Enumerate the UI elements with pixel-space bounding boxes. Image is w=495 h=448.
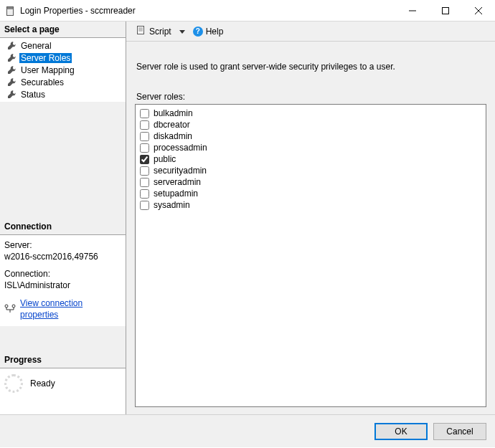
role-item-processadmin: processadmin: [140, 142, 481, 153]
role-item-securityadmin: securityadmin: [140, 165, 481, 176]
view-connection-properties-link[interactable]: View connection properties: [20, 297, 121, 320]
page-item-securables[interactable]: Securables: [0, 76, 126, 88]
sidebar: Select a page GeneralServer RolesUser Ma…: [0, 22, 126, 414]
app-icon: [6, 6, 14, 16]
ok-button[interactable]: OK: [374, 423, 428, 440]
connection-header: Connection: [0, 219, 126, 235]
server-label: Server:: [4, 239, 121, 251]
role-item-public: public: [140, 153, 481, 165]
script-button[interactable]: Script: [133, 24, 174, 39]
role-label: public: [154, 154, 176, 164]
svg-rect-6: [138, 27, 144, 34]
role-label: dbcreator: [154, 120, 190, 130]
cancel-button[interactable]: Cancel: [433, 423, 486, 440]
connection-value: ISL\Administrator: [4, 280, 121, 291]
wrench-icon: [7, 53, 16, 62]
maximize-button[interactable]: [429, 0, 462, 21]
svg-point-5: [12, 305, 15, 308]
role-label: securityadmin: [154, 166, 207, 176]
close-button[interactable]: [462, 0, 495, 21]
page-item-status[interactable]: Status: [0, 88, 126, 100]
role-label: sysadmin: [154, 200, 190, 210]
dialog-footer: OK Cancel: [0, 414, 495, 447]
script-dropdown-button[interactable]: [179, 29, 186, 34]
title-bar: Login Properties - sccmreader: [0, 0, 495, 22]
progress-status: Ready: [30, 378, 55, 389]
help-icon: ?: [193, 27, 203, 37]
page-description: Server role is used to grant server-wide…: [136, 62, 486, 72]
role-label: diskadmin: [154, 131, 192, 141]
window-title: Login Properties - sccmreader: [20, 6, 396, 16]
role-item-dbcreator: dbcreator: [140, 119, 481, 130]
svg-point-4: [5, 305, 8, 308]
page-item-user-mapping[interactable]: User Mapping: [0, 64, 126, 76]
role-item-setupadmin: setupadmin: [140, 188, 481, 199]
wrench-icon: [7, 90, 16, 99]
role-checkbox-sysadmin[interactable]: [140, 201, 149, 210]
role-label: setupadmin: [154, 189, 198, 199]
toolbar: Script ? Help: [126, 22, 495, 42]
page-item-label: Securables: [19, 77, 65, 87]
role-checkbox-diskadmin[interactable]: [140, 132, 149, 141]
role-item-diskadmin: diskadmin: [140, 130, 481, 142]
server-roles-listbox[interactable]: bulkadmindbcreatordiskadminprocessadminp…: [135, 104, 486, 407]
script-label: Script: [149, 27, 171, 37]
role-checkbox-securityadmin[interactable]: [140, 166, 149, 176]
role-checkbox-serveradmin[interactable]: [140, 178, 149, 187]
connection-panel: Server: w2016-sccm2016,49756 Connection:…: [0, 235, 126, 326]
progress-header: Progress: [0, 352, 126, 368]
connection-label: Connection:: [4, 268, 121, 280]
script-icon: [136, 25, 146, 37]
role-label: serveradmin: [154, 177, 201, 187]
help-button[interactable]: ? Help: [190, 25, 227, 38]
page-list: GeneralServer RolesUser MappingSecurable…: [0, 38, 126, 102]
role-label: bulkadmin: [154, 108, 193, 118]
progress-panel: Ready: [0, 368, 126, 414]
role-checkbox-dbcreator[interactable]: [140, 120, 149, 130]
wrench-icon: [7, 65, 16, 75]
page-item-label: General: [19, 41, 53, 51]
role-item-bulkadmin: bulkadmin: [140, 108, 481, 119]
page-item-general[interactable]: General: [0, 39, 126, 52]
role-checkbox-setupadmin[interactable]: [140, 189, 149, 199]
role-checkbox-public[interactable]: [140, 155, 149, 164]
progress-spinner-icon: [4, 374, 23, 393]
minimize-button[interactable]: [396, 0, 429, 21]
network-icon: [4, 304, 16, 314]
main-panel: Script ? Help Server role is used to gra…: [126, 22, 495, 414]
server-value: w2016-sccm2016,49756: [4, 251, 121, 262]
page-item-label: User Mapping: [19, 65, 76, 75]
role-label: processadmin: [154, 143, 207, 153]
svg-rect-1: [443, 7, 449, 14]
svg-marker-10: [179, 30, 185, 34]
role-item-sysadmin: sysadmin: [140, 199, 481, 211]
role-checkbox-processadmin[interactable]: [140, 143, 149, 153]
wrench-icon: [7, 77, 16, 87]
role-item-serveradmin: serveradmin: [140, 176, 481, 188]
role-checkbox-bulkadmin[interactable]: [140, 109, 149, 118]
wrench-icon: [7, 41, 16, 50]
page-item-label: Server Roles: [19, 53, 72, 63]
select-page-header: Select a page: [0, 22, 126, 38]
help-label: Help: [206, 27, 224, 37]
server-roles-label: Server roles:: [136, 92, 486, 102]
page-item-label: Status: [19, 90, 47, 100]
page-item-server-roles[interactable]: Server Roles: [0, 52, 126, 64]
window-buttons: [396, 0, 495, 21]
